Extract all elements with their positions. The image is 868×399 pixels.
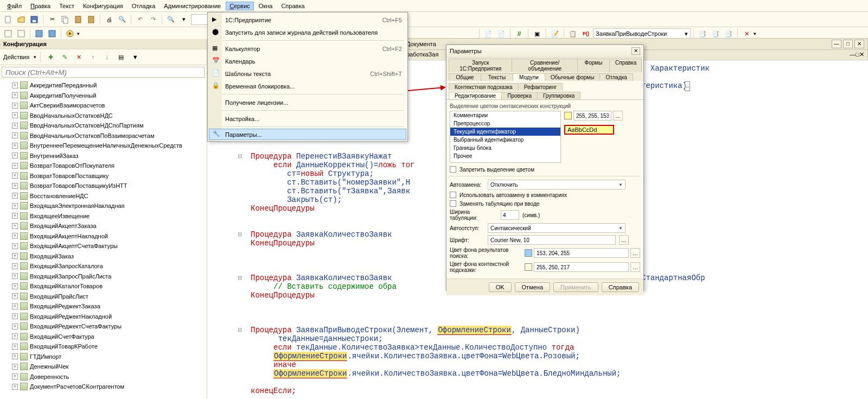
tab[interactable]: Модули xyxy=(513,73,545,81)
expand-icon[interactable]: + xyxy=(12,203,18,209)
tab[interactable]: Обычные формы xyxy=(545,73,600,81)
tree-item[interactable]: +ВозвратТоваровПоставщикуИзНТТ xyxy=(0,181,207,191)
tree-item[interactable]: +ВводНачальныхОстатковПоВзаиморасчетам xyxy=(0,131,207,141)
expand-icon[interactable]: + xyxy=(12,183,18,189)
tab[interactable]: Формы xyxy=(577,59,610,72)
tree-item[interactable]: +ВозвратТоваровПоставщику xyxy=(0,171,207,181)
copy-icon[interactable] xyxy=(59,14,71,26)
expand-icon[interactable]: + xyxy=(12,303,18,309)
expand-icon[interactable]: + xyxy=(12,263,18,269)
tab[interactable]: Справка xyxy=(609,59,642,72)
tree-item[interactable]: +ДокументРасчетовСКонтрагентом xyxy=(0,382,207,392)
tree-item[interactable]: +ДенежныйЧек xyxy=(0,362,207,372)
tree-item[interactable]: +ВходящийРеджектЗаказа xyxy=(0,301,207,312)
tb2-icon-4[interactable] xyxy=(46,28,58,40)
menu-config[interactable]: Конфигурация xyxy=(79,2,127,10)
menu-item[interactable]: ▶1С:ПредприятиеCtrl+F5 xyxy=(209,14,406,26)
expand-icon[interactable]: + xyxy=(12,233,18,239)
cfg-add-icon[interactable]: ✚ xyxy=(44,51,56,63)
config-tree[interactable]: +АккредитивПереданный+АккредитивПолученн… xyxy=(0,79,207,399)
tree-item[interactable]: +АккредитивПолученный xyxy=(0,91,207,101)
disable-highlight-checkbox[interactable] xyxy=(450,166,456,173)
tab[interactable]: Сравнение/объединение xyxy=(512,59,578,72)
expand-icon[interactable]: + xyxy=(12,333,18,339)
menu-item[interactable]: ▦КалькуляторCtrl+F2 xyxy=(209,42,406,55)
replace-tab-checkbox[interactable] xyxy=(450,200,456,207)
close2-icon[interactable]: ✕ xyxy=(859,51,864,58)
color-swatch[interactable] xyxy=(564,112,572,119)
search-bg-picker[interactable]: … xyxy=(630,248,640,258)
expand-icon[interactable]: + xyxy=(12,92,18,98)
tree-item[interactable]: +ВходящийЗапросПрайсЛиста xyxy=(0,271,207,282)
tab[interactable]: Редактирование xyxy=(449,92,502,99)
minimize2-icon[interactable]: — xyxy=(850,51,856,58)
expand-icon[interactable]: + xyxy=(12,153,18,159)
expand-icon[interactable]: + xyxy=(12,132,18,138)
expand-icon[interactable]: + xyxy=(12,193,18,199)
expand-icon[interactable]: + xyxy=(12,143,18,149)
expand-icon[interactable]: + xyxy=(12,364,18,370)
tb2-icon-1[interactable] xyxy=(2,28,14,40)
color-picker-btn[interactable]: … xyxy=(613,111,623,121)
menu-item[interactable]: 🔧Параметры... xyxy=(209,129,406,140)
tree-item[interactable]: +ВводНачальныхОстатковНДС xyxy=(0,111,207,121)
tree-item[interactable]: +ВходящийЗапросКаталога xyxy=(0,261,207,271)
expand-icon[interactable]: + xyxy=(12,123,18,129)
open-icon[interactable] xyxy=(15,14,27,26)
apply-button[interactable]: Применить xyxy=(553,282,598,292)
menu-debug[interactable]: Отладка xyxy=(128,2,159,10)
tree-item[interactable]: +ВводНачальныхОстатковНДСпоПартиям xyxy=(0,121,207,131)
help-button[interactable]: Справка xyxy=(602,282,639,292)
new-icon[interactable] xyxy=(2,14,14,26)
hint-bg-input[interactable] xyxy=(534,262,629,272)
tree-item[interactable]: +ВозвратТоваровОтПокупателя xyxy=(0,161,207,171)
tree-item[interactable]: +ВнутреннийЗаказ xyxy=(0,151,207,161)
expand-icon[interactable]: + xyxy=(12,243,18,249)
tab-width-spinner[interactable]: 4 xyxy=(501,210,519,220)
list-item[interactable]: Комментарии xyxy=(450,111,560,119)
minimize-icon[interactable]: — xyxy=(832,40,841,48)
expand-icon[interactable]: + xyxy=(12,384,18,390)
cfg-filter-icon[interactable]: ▼ xyxy=(129,51,141,63)
expand-icon[interactable]: + xyxy=(12,173,18,179)
config-filter-input[interactable] xyxy=(2,67,205,78)
menu-item[interactable]: 📅Календарь xyxy=(209,55,406,67)
dialog-close-icon[interactable]: ✕ xyxy=(631,47,640,55)
list-item[interactable]: Прочее xyxy=(450,152,560,160)
cfg-edit-icon[interactable]: ✎ xyxy=(59,51,71,63)
tree-item[interactable]: +ВходящийТоварКРаботе xyxy=(0,341,207,352)
indent-select[interactable]: Синтаксический▼ xyxy=(488,223,626,233)
tree-item[interactable]: +ВходящаяЭлектроннаяНакладная xyxy=(0,201,207,211)
expand-icon[interactable]: + xyxy=(12,223,18,229)
paste2-icon[interactable] xyxy=(85,14,97,26)
cfg-del-icon[interactable]: ✕ xyxy=(73,51,85,63)
findtext-icon[interactable]: ▾ xyxy=(178,14,190,26)
cut-icon[interactable]: ✂ xyxy=(46,14,58,26)
expand-icon[interactable]: + xyxy=(12,324,18,330)
tab[interactable]: Общие xyxy=(449,73,481,81)
autoreplace-comments-checkbox[interactable] xyxy=(450,192,456,198)
cancel-button[interactable]: Отмена xyxy=(515,282,550,292)
menu-item[interactable]: ⬤Запустить для записи журнала действий п… xyxy=(209,26,406,39)
tree-item[interactable]: +АктСверкиВзаиморасчетов xyxy=(0,100,207,111)
expand-icon[interactable]: + xyxy=(12,103,18,109)
tab[interactable]: Контекстная подсказка xyxy=(449,83,519,91)
menu-help[interactable]: Справка xyxy=(277,2,308,10)
undo-icon[interactable]: ↶ xyxy=(134,14,146,26)
tree-item[interactable]: +ВходящийРеджектСчетаФактуры xyxy=(0,321,207,332)
hint-bg-picker[interactable]: … xyxy=(630,262,640,272)
tree-item[interactable]: +ВходящееИзвещение xyxy=(0,211,207,221)
maximize-icon[interactable]: □ xyxy=(843,40,853,48)
tree-item[interactable]: +ВходящийСчетФактура xyxy=(0,332,207,342)
menu-admin[interactable]: Администрирование xyxy=(160,2,225,10)
tree-item[interactable]: +ВходящийАкцептНакладной xyxy=(0,231,207,242)
menu-file[interactable]: Файл xyxy=(3,2,25,10)
redo-icon[interactable]: ↷ xyxy=(147,14,159,26)
print-icon[interactable]: 🖨 xyxy=(103,14,115,26)
expand-icon[interactable]: + xyxy=(12,283,18,289)
list-item[interactable]: Выбранный идентификатор xyxy=(450,136,560,144)
close-icon[interactable]: ✕ xyxy=(854,40,864,48)
tree-item[interactable]: +ВходящийПрайсЛист xyxy=(0,292,207,302)
list-item[interactable]: Препроцессор xyxy=(450,119,560,128)
find-icon[interactable]: 🔍 xyxy=(165,14,177,26)
